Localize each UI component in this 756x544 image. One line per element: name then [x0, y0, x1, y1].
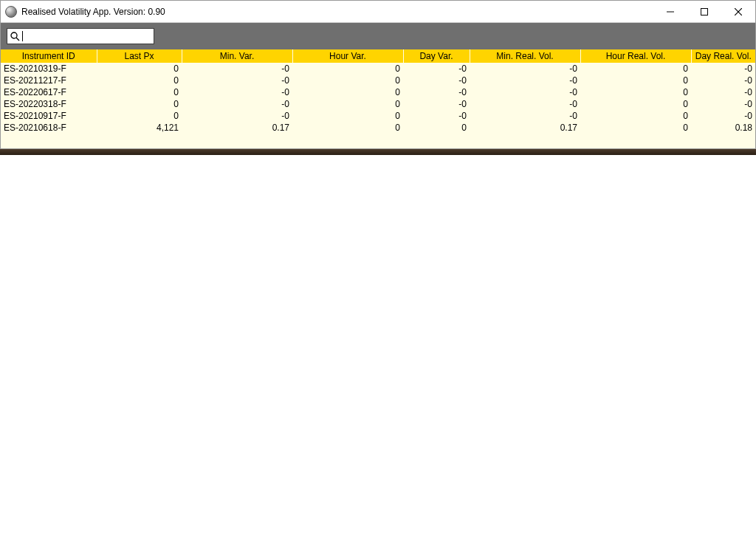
svg-rect-1 [701, 8, 708, 15]
cell-day-real-vol: -0 [691, 63, 755, 75]
cell-hour-real-vol: 0 [580, 86, 691, 98]
cell-day-var: 0 [403, 122, 470, 134]
cell-min-var: -0 [182, 98, 292, 110]
window-controls [653, 1, 755, 22]
cell-day-var: -0 [403, 110, 470, 122]
cell-instrument-id: ES-20210618-F [1, 122, 97, 134]
col-header-min-real-vol[interactable]: Min. Real. Vol. [470, 49, 580, 63]
cell-min-real-vol: -0 [470, 86, 580, 98]
cell-day-real-vol: -0 [691, 75, 755, 86]
table-header-row: Instrument ID Last Px Min. Var. Hour Var… [1, 49, 755, 63]
col-header-hour-var[interactable]: Hour Var. [292, 49, 403, 63]
cell-instrument-id: ES-20211217-F [1, 75, 97, 86]
cell-hour-real-vol: 0 [580, 122, 691, 134]
data-table: Instrument ID Last Px Min. Var. Hour Var… [1, 49, 755, 134]
cell-last-px: 0 [97, 110, 182, 122]
cell-min-real-vol: 0.17 [470, 122, 580, 134]
cell-instrument-id: ES-20210917-F [1, 110, 97, 122]
svg-line-5 [16, 38, 19, 41]
table-body: ES-20210319-F0-00-0-00-0ES-20211217-F0-0… [1, 63, 755, 134]
cell-hour-real-vol: 0 [580, 110, 691, 122]
col-header-last-px[interactable]: Last Px [97, 49, 182, 63]
col-header-hour-real-vol[interactable]: Hour Real. Vol. [580, 49, 691, 63]
cell-min-var: -0 [182, 110, 292, 122]
table-row[interactable]: ES-20210319-F0-00-0-00-0 [1, 63, 755, 75]
app-window: Realised Volatility App. Version: 0.90 [0, 0, 756, 149]
cell-hour-var: 0 [292, 98, 403, 110]
minimize-button[interactable] [653, 1, 687, 22]
close-icon [735, 8, 742, 16]
table-container: Instrument ID Last Px Min. Var. Hour Var… [1, 49, 755, 148]
cell-hour-real-vol: 0 [580, 75, 691, 86]
cell-day-var: -0 [403, 98, 470, 110]
search-icon [10, 32, 20, 41]
col-header-instrument-id[interactable]: Instrument ID [1, 49, 97, 63]
table-row[interactable]: ES-20210917-F0-00-0-00-0 [1, 110, 755, 122]
cell-instrument-id: ES-20220318-F [1, 98, 97, 110]
cell-min-real-vol: -0 [470, 98, 580, 110]
cell-day-var: -0 [403, 86, 470, 98]
cell-day-real-vol: -0 [691, 98, 755, 110]
table-row[interactable]: ES-20220617-F0-00-0-00-0 [1, 86, 755, 98]
cell-instrument-id: ES-20210319-F [1, 63, 97, 75]
cell-min-var: -0 [182, 86, 292, 98]
col-header-min-var[interactable]: Min. Var. [182, 49, 292, 63]
window-title: Realised Volatility App. Version: 0.90 [21, 7, 653, 17]
cell-hour-var: 0 [292, 122, 403, 134]
col-header-day-real-vol[interactable]: Day Real. Vol. [691, 49, 755, 63]
cell-hour-var: 0 [292, 86, 403, 98]
cell-instrument-id: ES-20220617-F [1, 86, 97, 98]
cell-last-px: 0 [97, 98, 182, 110]
cell-min-real-vol: -0 [470, 75, 580, 86]
table-row[interactable]: ES-20211217-F0-00-0-00-0 [1, 75, 755, 86]
cell-last-px: 0 [97, 86, 182, 98]
app-icon [5, 6, 17, 18]
cell-day-var: -0 [403, 63, 470, 75]
table-row[interactable]: ES-20210618-F4,1210.17000.1700.18 [1, 122, 755, 134]
cell-hour-var: 0 [292, 110, 403, 122]
minimize-icon [667, 8, 674, 16]
search-box[interactable] [7, 28, 154, 44]
cell-hour-var: 0 [292, 75, 403, 86]
svg-point-4 [11, 32, 17, 38]
close-button[interactable] [721, 1, 755, 22]
cell-day-real-vol: -0 [691, 110, 755, 122]
cell-hour-real-vol: 0 [580, 63, 691, 75]
cell-day-real-vol: -0 [691, 86, 755, 98]
cell-min-real-vol: -0 [470, 63, 580, 75]
col-header-day-var[interactable]: Day Var. [403, 49, 470, 63]
cell-last-px: 4,121 [97, 122, 182, 134]
cell-day-var: -0 [403, 75, 470, 86]
search-input[interactable] [23, 30, 151, 42]
cell-day-real-vol: 0.18 [691, 122, 755, 134]
cell-last-px: 0 [97, 75, 182, 86]
cell-hour-var: 0 [292, 63, 403, 75]
maximize-button[interactable] [687, 1, 721, 22]
window-shadow [0, 149, 756, 155]
cell-last-px: 0 [97, 63, 182, 75]
cell-min-real-vol: -0 [470, 110, 580, 122]
titlebar[interactable]: Realised Volatility App. Version: 0.90 [1, 1, 755, 23]
maximize-icon [701, 8, 708, 16]
table-row[interactable]: ES-20220318-F0-00-0-00-0 [1, 98, 755, 110]
cell-min-var: 0.17 [182, 122, 292, 134]
cell-min-var: -0 [182, 63, 292, 75]
toolbar [1, 23, 755, 49]
cell-min-var: -0 [182, 75, 292, 86]
cell-hour-real-vol: 0 [580, 98, 691, 110]
